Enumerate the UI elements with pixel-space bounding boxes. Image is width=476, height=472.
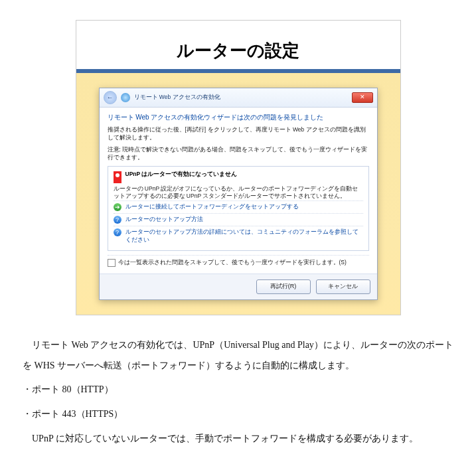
- doc-paragraph-1: リモート Web アクセスの有効化では、UPnP（Universal Plug …: [23, 335, 453, 376]
- issue-box: UPnP はルーターで有効になっていません ルーターの UPnP 設定がオフにな…: [108, 166, 369, 252]
- skip-checkbox[interactable]: [108, 259, 116, 267]
- arrow-icon: ➔: [114, 203, 121, 211]
- dialog-body-1: 推奨される操作に従った後、[再試行] をクリックして、再度リモート Web アク…: [108, 126, 369, 142]
- help-icon: ?: [114, 228, 121, 236]
- skip-row: 今は一覧表示された問題をスキップして、後でもう一度ウィザードを実行します。(S): [108, 255, 369, 267]
- document-text: リモート Web アクセスの有効化では、UPnP（Universal Plug …: [0, 315, 476, 467]
- globe-icon: [121, 93, 130, 102]
- window-title: リモート Web アクセスの有効化: [134, 94, 348, 102]
- error-icon: [114, 171, 121, 183]
- back-icon[interactable]: ←: [104, 91, 117, 104]
- dialog-content: リモート Web アクセスの有効化ウィザードは次のの問題を発見しました 推奨され…: [100, 108, 377, 274]
- doc-paragraph-2: UPnP に対応していないルーターでは、手動でポートフォワードを構成する必要があ…: [23, 429, 453, 449]
- doc-bullet-2: ・ポート 443（HTTPS）: [23, 404, 453, 425]
- close-icon[interactable]: ✕: [352, 92, 373, 103]
- cancel-button[interactable]: キャンセル: [316, 279, 370, 294]
- link-row-2[interactable]: ? ルーターのセットアップ方法: [114, 213, 363, 226]
- issue-body: ルーターの UPnP 設定がオフになっているか、ルーターのポートフォワーディング…: [114, 185, 363, 201]
- retry-button[interactable]: 再試行(R): [256, 279, 311, 294]
- link-1: ルーターに接続してポートフォワーディングをセットアップする: [125, 203, 299, 211]
- link-2: ルーターのセットアップ方法: [125, 216, 203, 224]
- titlebar: ← リモート Web アクセスの有効化 ✕: [100, 88, 377, 108]
- wizard-dialog: ← リモート Web アクセスの有効化 ✕ リモート Web アクセスの有効化ウ…: [99, 88, 378, 300]
- link-row-3[interactable]: ? ルーターのセットアップ方法の詳細については、コミュニティのフォーラムを参照し…: [114, 226, 363, 246]
- help-icon: ?: [114, 216, 121, 224]
- dialog-body-2: 注意: 現時点で解決できない問題がある場合、問題をスキップして、後でもう一度ウィ…: [108, 146, 369, 162]
- skip-label: 今は一覧表示された問題をスキップして、後でもう一度ウィザードを実行します。(S): [118, 259, 347, 267]
- slide-body: ← リモート Web アクセスの有効化 ✕ リモート Web アクセスの有効化ウ…: [76, 69, 400, 315]
- dialog-heading: リモート Web アクセスの有効化ウィザードは次のの問題を発見しました: [108, 113, 369, 122]
- link-row-1[interactable]: ➔ ルーターに接続してポートフォワーディングをセットアップする: [114, 200, 363, 213]
- doc-bullet-1: ・ポート 80（HTTP）: [23, 380, 453, 400]
- button-bar: 再試行(R) キャンセル: [100, 274, 377, 299]
- slide-container: ルーターの設定 ← リモート Web アクセスの有効化 ✕ リモート Web ア…: [76, 20, 401, 315]
- slide-title: ルーターの設定: [76, 21, 400, 69]
- link-3: ルーターのセットアップ方法の詳細については、コミュニティのフォーラムを参照してく…: [125, 228, 363, 244]
- issue-title: UPnP はルーターで有効になっていません: [125, 171, 238, 179]
